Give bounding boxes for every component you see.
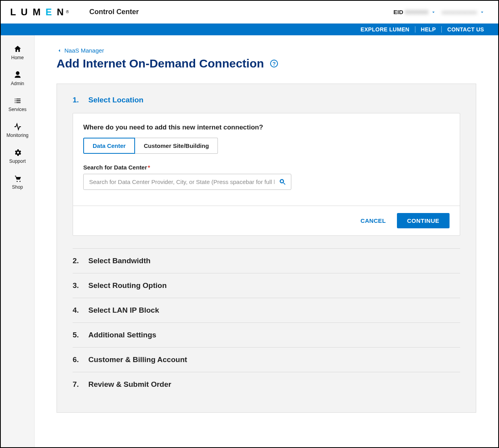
location-question: Where do you need to add this new intern…	[83, 124, 450, 131]
toggle-customer-site[interactable]: Customer Site/Building	[135, 138, 218, 154]
step-1-body: Where do you need to add this new intern…	[73, 113, 460, 236]
sidebar-item-admin[interactable]: Admin	[1, 67, 34, 93]
step-title: Review & Submit Order	[88, 380, 171, 389]
data-center-search-input[interactable]	[83, 174, 291, 190]
sidebar-item-services[interactable]: Services	[1, 93, 34, 118]
top-header: L U M E N® Control Center EID XXXXXX xxx…	[1, 1, 498, 24]
step-1-footer: CANCEL CONTINUE	[73, 206, 460, 235]
step-title: Additional Settings	[88, 331, 156, 339]
sidebar-item-home[interactable]: Home	[1, 41, 34, 67]
step-header-6[interactable]: 6. Customer & Billing Account	[73, 347, 460, 372]
step-number: 7.	[73, 380, 88, 389]
sidebar-item-shop[interactable]: Shop	[1, 170, 34, 196]
eid-value: XXXXXX	[405, 9, 428, 15]
list-icon	[13, 97, 22, 105]
sidebar-item-monitoring[interactable]: Monitoring	[1, 118, 34, 144]
step-header-3[interactable]: 3. Select Routing Option	[73, 273, 460, 298]
account-name: xxxxxxxxxxxx	[442, 9, 477, 15]
step-title: Select Location	[88, 96, 143, 104]
sidebar-item-label: Support	[9, 158, 26, 164]
eid-dropdown[interactable]: EID XXXXXX	[393, 9, 440, 15]
chevron-down-icon	[479, 9, 485, 15]
eid-label: EID	[393, 9, 403, 15]
sidebar-item-label: Services	[8, 107, 26, 112]
step-header-7[interactable]: 7. Review & Submit Order	[73, 372, 460, 397]
toggle-data-center[interactable]: Data Center	[83, 138, 135, 154]
chevron-down-icon	[431, 9, 436, 15]
brand-logo[interactable]: L U M E N®	[10, 7, 70, 18]
main-content: NaaS Manager Add Internet On-Demand Conn…	[35, 35, 498, 447]
step-number: 2.	[73, 257, 88, 265]
home-icon	[13, 45, 22, 53]
cart-icon	[13, 174, 22, 183]
account-dropdown[interactable]: xxxxxxxxxxxx	[440, 9, 489, 15]
explore-link[interactable]: EXPLORE LUMEN	[355, 26, 415, 33]
wizard-container: 1. Select Location Where do you need to …	[57, 84, 476, 413]
breadcrumb-label: NaaS Manager	[64, 47, 104, 54]
step-title: Select LAN IP Block	[88, 306, 159, 315]
secondary-nav-bar: EXPLORE LUMEN HELP CONTACT US	[1, 24, 498, 35]
sidebar-item-support[interactable]: Support	[1, 144, 34, 170]
sidebar-item-label: Home	[11, 55, 24, 60]
cancel-button[interactable]: CANCEL	[360, 217, 386, 224]
product-name: Control Center	[89, 8, 139, 16]
step-title: Customer & Billing Account	[88, 355, 187, 364]
sidebar-item-label: Shop	[12, 184, 23, 190]
help-link[interactable]: HELP	[415, 26, 442, 33]
step-number: 4.	[73, 306, 88, 315]
sidebar-item-label: Monitoring	[6, 133, 28, 138]
contact-link[interactable]: CONTACT US	[442, 26, 490, 33]
chevron-left-icon	[57, 48, 62, 53]
step-header-2[interactable]: 2. Select Bandwidth	[73, 248, 460, 273]
help-icon[interactable]: ?	[270, 60, 278, 67]
page-title: Add Internet On-Demand Connection	[57, 57, 264, 70]
search-icon[interactable]	[279, 178, 287, 186]
step-title: Select Routing Option	[88, 281, 167, 290]
activity-icon	[13, 122, 22, 131]
search-label: Search for Data Center*	[83, 164, 450, 171]
step-header-1: 1. Select Location	[73, 96, 460, 104]
left-sidebar: Home Admin Services Monitoring Support S…	[1, 35, 35, 447]
step-header-4[interactable]: 4. Select LAN IP Block	[73, 298, 460, 322]
support-icon	[13, 148, 22, 157]
step-number: 3.	[73, 281, 88, 290]
breadcrumb-back[interactable]: NaaS Manager	[57, 47, 476, 54]
step-number: 5.	[73, 331, 88, 339]
step-number: 1.	[73, 96, 88, 104]
sidebar-item-label: Admin	[11, 81, 24, 86]
step-title: Select Bandwidth	[88, 257, 150, 265]
user-icon	[13, 71, 22, 79]
location-type-toggle: Data Center Customer Site/Building	[83, 138, 218, 154]
required-indicator: *	[148, 164, 150, 171]
continue-button[interactable]: CONTINUE	[397, 213, 450, 228]
step-header-5[interactable]: 5. Additional Settings	[73, 322, 460, 347]
step-number: 6.	[73, 355, 88, 364]
